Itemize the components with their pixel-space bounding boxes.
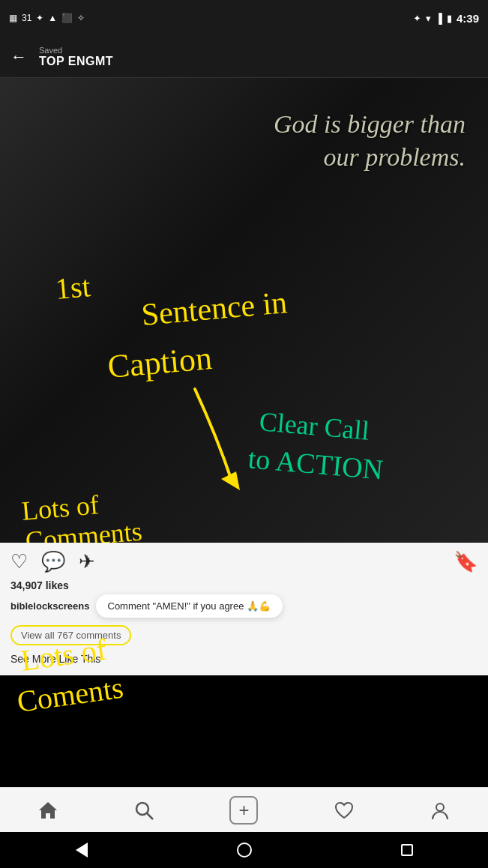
svg-point-13 [436,804,444,811]
notification-icon-1: ▦ [9,13,17,23]
svg-point-11 [136,803,148,815]
notification-icon-2: ✦ [36,13,43,23]
bottom-nav: + [0,787,488,832]
bookmark-button[interactable]: 🔖 [454,550,478,573]
add-nav-button[interactable]: + [229,796,258,825]
caption-bubble: Comment "AMEN!" if you agree 🙏💪 [96,594,283,618]
status-bar: ▦ 31 ✦ ▲ ⬛ ✧ ✦ ▾ ▐ ▮ 4:39 [0,0,488,36]
view-comments-button[interactable]: View all 767 comments [10,625,131,645]
action-icons-row: ♡ 💬 ✈ 🔖 [10,550,478,573]
back-system-button[interactable] [67,835,97,865]
likes-count: 34,907 likes [10,579,478,591]
caption-row: biblelockscreens Comment "AMEN!" if you … [10,594,478,618]
profile-nav-button[interactable] [430,800,451,821]
post-actions: ♡ 💬 ✈ 🔖 34,907 likes biblelockscreens Co… [0,543,488,675]
comment-button[interactable]: 💬 [41,550,65,573]
post-image: God is bigger than our problems. 1st Sen… [0,78,488,543]
photo-icon: ⬛ [61,13,73,23]
signal-icon: ▐ [436,13,442,24]
likes-nav-button[interactable] [334,800,355,821]
home-nav-button[interactable] [37,800,58,821]
share-button[interactable]: ✈ [79,550,95,573]
bluetooth-icon: ✦ [413,13,421,24]
wall-text: God is bigger than our problems. [274,108,466,174]
app-bar: ← Saved TOP ENGMT [0,36,488,78]
search-icon [133,800,154,821]
calendar-icon: 31 [22,13,31,23]
battery-icon: ▮ [447,13,452,24]
view-comments-container: View all 767 comments [10,622,478,650]
caption-username[interactable]: biblelockscreens [10,600,90,612]
notification-icon-3: ✧ [77,13,85,23]
profile-icon [430,800,451,821]
drive-icon: ▲ [48,13,57,23]
back-button[interactable]: ← [10,47,27,67]
svg-marker-10 [39,802,57,819]
status-bar-right: ✦ ▾ ▐ ▮ 4:39 [413,12,479,25]
see-more-row[interactable]: See More Like This [10,650,478,671]
home-icon [37,800,58,821]
home-system-button[interactable] [229,835,259,865]
recents-system-button[interactable] [392,835,422,865]
like-button[interactable]: ♡ [10,550,28,573]
svg-line-12 [147,813,153,819]
status-bar-icons: ▦ 31 ✦ ▲ ⬛ ✧ [9,13,85,23]
svg-text:Coments: Coments [15,671,125,719]
system-nav [0,832,488,868]
status-time: 4:39 [457,12,479,25]
heart-icon [334,800,355,821]
search-nav-button[interactable] [133,800,154,821]
app-bar-title: TOP ENGMT [39,55,113,68]
app-bar-subtitle: Saved [39,46,113,55]
app-bar-text: Saved TOP ENGMT [39,46,113,68]
wifi-icon: ▾ [426,13,431,24]
